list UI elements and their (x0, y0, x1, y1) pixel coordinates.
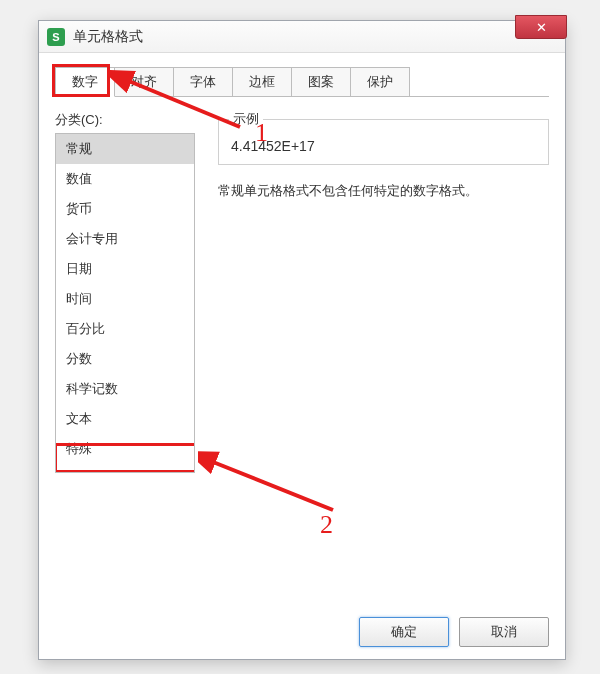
example-group: 示例 4.41452E+17 (218, 119, 549, 165)
tab-alignment[interactable]: 对齐 (114, 67, 174, 96)
category-item-special[interactable]: 特殊 (56, 434, 194, 464)
category-item-date[interactable]: 日期 (56, 254, 194, 284)
category-section: 分类(C): 常规 数值 货币 会计专用 日期 时间 百分比 分数 科学记数 文… (55, 111, 200, 621)
titlebar: S 单元格格式 ✕ (39, 21, 565, 53)
category-item-scientific[interactable]: 科学记数 (56, 374, 194, 404)
dialog-title: 单元格格式 (73, 28, 143, 46)
close-icon: ✕ (536, 20, 547, 35)
category-item-number[interactable]: 数值 (56, 164, 194, 194)
format-description: 常规单元格格式不包含任何特定的数字格式。 (218, 181, 549, 202)
category-list[interactable]: 常规 数值 货币 会计专用 日期 时间 百分比 分数 科学记数 文本 特殊 自定… (55, 133, 195, 473)
body-area: 分类(C): 常规 数值 货币 会计专用 日期 时间 百分比 分数 科学记数 文… (55, 111, 549, 621)
category-item-custom[interactable]: 自定义 (56, 464, 194, 473)
right-panel: 示例 4.41452E+17 常规单元格格式不包含任何特定的数字格式。 (200, 111, 549, 621)
category-item-currency[interactable]: 货币 (56, 194, 194, 224)
category-item-accounting[interactable]: 会计专用 (56, 224, 194, 254)
category-item-time[interactable]: 时间 (56, 284, 194, 314)
category-item-general[interactable]: 常规 (56, 134, 194, 164)
ok-button[interactable]: 确定 (359, 617, 449, 647)
tab-pattern[interactable]: 图案 (291, 67, 351, 96)
tab-protection[interactable]: 保护 (350, 67, 410, 96)
cancel-button[interactable]: 取消 (459, 617, 549, 647)
tab-border[interactable]: 边框 (232, 67, 292, 96)
category-label: 分类(C): (55, 111, 200, 129)
example-legend: 示例 (229, 110, 263, 128)
dialog-content: 数字 对齐 字体 边框 图案 保护 分类(C): 常规 数值 货币 会计专用 日… (39, 53, 565, 659)
tab-number[interactable]: 数字 (55, 67, 115, 97)
example-value: 4.41452E+17 (231, 138, 536, 154)
button-row: 确定 取消 (359, 617, 549, 647)
category-item-fraction[interactable]: 分数 (56, 344, 194, 374)
cell-format-dialog: S 单元格格式 ✕ 数字 对齐 字体 边框 图案 保护 分类(C): 常规 数值… (38, 20, 566, 660)
tab-font[interactable]: 字体 (173, 67, 233, 96)
app-icon: S (47, 28, 65, 46)
category-item-text[interactable]: 文本 (56, 404, 194, 434)
tab-bar: 数字 对齐 字体 边框 图案 保护 (55, 67, 549, 97)
category-item-percentage[interactable]: 百分比 (56, 314, 194, 344)
close-button[interactable]: ✕ (515, 15, 567, 39)
